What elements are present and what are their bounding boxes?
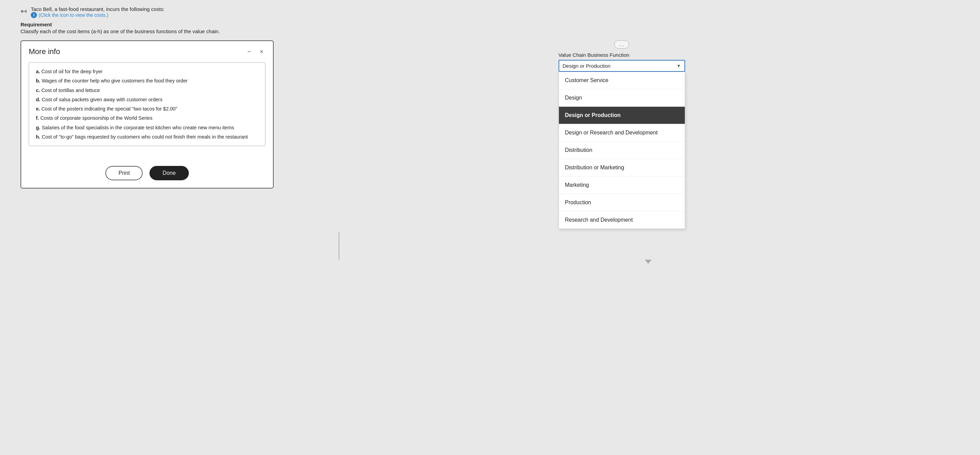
done-button[interactable]: Done [150, 166, 188, 180]
header-description: Taco Bell, a fast-food restaurant, incur… [31, 6, 164, 12]
dropdown-option[interactable]: Distribution or Marketing [559, 159, 685, 177]
cost-label: c. [36, 88, 40, 93]
cost-item: a. Cost of oil for the deep fryer [36, 68, 258, 75]
dropdown-option[interactable]: Design [559, 89, 685, 107]
print-button[interactable]: Print [105, 166, 143, 180]
modal-title: More info [29, 47, 60, 56]
dropdown-menu: Customer ServiceDesignDesign or Producti… [558, 72, 685, 229]
dropdown-option[interactable]: Distribution [559, 142, 685, 159]
dropdown-option[interactable]: Production [559, 194, 685, 212]
click-info-link[interactable]: i (Click the icon to view the costs.) [31, 12, 164, 18]
dropdown-arrow-icon: ▼ [676, 63, 681, 68]
cost-item: c. Cost of tortillas and lettuce [36, 87, 258, 94]
cost-label: b. [36, 78, 40, 83]
vertical-line [339, 232, 339, 260]
dropdown-option[interactable]: Research and Development [559, 212, 685, 229]
cost-label: a. [36, 69, 40, 74]
click-info-text: (Click the icon to view the costs.) [39, 12, 108, 18]
requirement-title: Requirement [21, 22, 959, 27]
dropdown-label: Value Chain Business Function [558, 52, 685, 58]
cost-label: d. [36, 97, 40, 102]
cost-list-box: a. Cost of oil for the deep fryerb. Wage… [29, 62, 266, 146]
cost-label: g. [36, 125, 40, 130]
cost-item: b. Wages of the counter help who give cu… [36, 77, 258, 84]
ellipsis-button[interactable]: ... [614, 40, 629, 49]
dropdown-section: Value Chain Business Function Design or … [558, 52, 685, 229]
cost-label: e. [36, 106, 40, 111]
cost-item: g. Salaries of the food specialists in t… [36, 124, 258, 131]
modal-minimize-button[interactable]: − [245, 48, 253, 56]
dropdown-option[interactable]: Marketing [559, 177, 685, 194]
info-icon: i [31, 12, 37, 18]
cost-item: f. Costs of corporate sponsorship of the… [36, 115, 258, 121]
modal-close-button[interactable]: × [258, 48, 266, 56]
dropdown-select-box[interactable]: Design or Production ▼ [558, 60, 685, 72]
requirement-description: Classify each of the cost items (a-h) as… [21, 29, 959, 34]
back-icon[interactable]: ↤ [21, 7, 27, 16]
more-info-modal: More info − × a. Cost of oil for the dee… [21, 40, 274, 188]
dropdown-option[interactable]: Customer Service [559, 72, 685, 89]
triangle-down-icon [645, 260, 652, 264]
dropdown-option[interactable]: Design or Research and Development [559, 124, 685, 142]
cost-item: d. Cost of salsa packets given away with… [36, 96, 258, 103]
dropdown-selected-value: Design or Production [563, 63, 611, 69]
dropdown-option[interactable]: Design or Production [559, 107, 685, 124]
cost-label: h. [36, 134, 40, 140]
cost-item: h. Cost of "to-go" bags requested by cus… [36, 134, 258, 140]
cost-item: e. Cost of the posters indicating the sp… [36, 105, 258, 112]
cost-label: f. [36, 115, 39, 121]
right-panel: ... Value Chain Business Function Design… [284, 40, 959, 264]
